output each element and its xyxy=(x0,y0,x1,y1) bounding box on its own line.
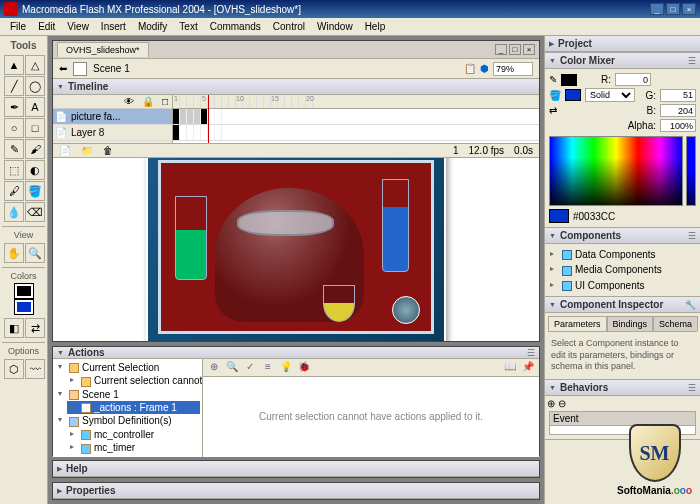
debug-button[interactable]: 🐞 xyxy=(297,361,311,375)
line-tool[interactable]: ╱ xyxy=(4,76,24,96)
text-tool[interactable]: A xyxy=(25,97,45,117)
component-category[interactable]: UI Components xyxy=(548,278,697,293)
alpha-input[interactable] xyxy=(660,119,696,132)
minimize-button[interactable]: _ xyxy=(650,3,664,15)
add-layer-button[interactable]: 📄 xyxy=(59,145,71,156)
delete-layer-button[interactable]: 🗑 xyxy=(103,145,113,156)
paint-bucket-tool[interactable]: 🪣 xyxy=(25,181,45,201)
doc-minimize-button[interactable]: _ xyxy=(495,44,507,55)
subselection-tool[interactable]: △ xyxy=(25,55,45,75)
menu-view[interactable]: View xyxy=(61,19,95,34)
outline-icon[interactable]: □ xyxy=(162,96,168,107)
zoom-input[interactable] xyxy=(493,62,533,76)
free-transform-tool[interactable]: ⬚ xyxy=(4,160,24,180)
menu-control[interactable]: Control xyxy=(267,19,311,34)
stroke-picker-icon[interactable]: ✎ xyxy=(549,74,557,85)
stroke-swatch[interactable] xyxy=(561,74,577,86)
tree-item[interactable]: Current selection cannot xyxy=(67,374,200,387)
g-input[interactable] xyxy=(660,89,696,102)
selection-tool[interactable]: ▲ xyxy=(4,55,24,75)
panel-menu-icon[interactable]: ☰ xyxy=(527,348,535,358)
frames-area[interactable]: 15101520 xyxy=(173,95,539,143)
layer-row[interactable]: 📄Layer 8 xyxy=(53,125,172,141)
stage[interactable]: Ocean View High School 1 of 10 Ocean Vie… xyxy=(53,158,539,341)
remove-behavior-button[interactable]: ⊖ xyxy=(558,398,566,409)
tree-symbol[interactable]: mc_timer xyxy=(67,441,200,454)
properties-header[interactable]: Properties xyxy=(53,483,539,499)
panel-menu-icon[interactable]: 🔧 xyxy=(685,300,696,310)
panel-menu-icon[interactable]: ☰ xyxy=(688,56,696,66)
back-button[interactable]: ⬅ xyxy=(59,63,67,74)
behaviors-header[interactable]: Behaviors☰ xyxy=(545,380,700,396)
default-colors-button[interactable]: ◧ xyxy=(4,318,24,338)
hand-tool[interactable]: ✋ xyxy=(4,243,24,263)
menu-commands[interactable]: Commands xyxy=(204,19,267,34)
find-button[interactable]: 🔍 xyxy=(225,361,239,375)
show-hint-button[interactable]: 💡 xyxy=(279,361,293,375)
fill-picker-icon[interactable]: 🪣 xyxy=(549,90,561,101)
ink-bottle-tool[interactable]: 🖋 xyxy=(4,181,24,201)
add-behavior-button[interactable]: ⊕ xyxy=(547,398,555,409)
maximize-button[interactable]: □ xyxy=(666,3,680,15)
help-header[interactable]: Help xyxy=(53,461,539,477)
auto-format-button[interactable]: ≡ xyxy=(261,361,275,375)
hex-value[interactable]: #0033CC xyxy=(573,211,615,222)
edit-symbol-icon[interactable]: ⬢ xyxy=(480,63,489,74)
add-script-button[interactable]: ⊕ xyxy=(207,361,221,375)
actions-header[interactable]: Actions ☰ xyxy=(53,347,539,359)
menu-help[interactable]: Help xyxy=(359,19,392,34)
project-header[interactable]: Project xyxy=(545,36,700,52)
menu-modify[interactable]: Modify xyxy=(132,19,173,34)
fill-swatch[interactable] xyxy=(565,89,581,101)
close-button[interactable]: × xyxy=(682,3,696,15)
swap-colors-button[interactable]: ⇄ xyxy=(25,318,45,338)
tab-parameters[interactable]: Parameters xyxy=(548,316,607,331)
scene-name[interactable]: Scene 1 xyxy=(93,63,130,74)
hue-slider[interactable] xyxy=(686,136,696,206)
timeline-header[interactable]: Timeline xyxy=(53,79,539,95)
rectangle-tool[interactable]: □ xyxy=(25,118,45,138)
color-spectrum[interactable] xyxy=(549,136,683,206)
panel-menu-icon[interactable]: ☰ xyxy=(688,383,696,393)
tree-symbol-defs[interactable]: Symbol Definition(s) xyxy=(55,414,200,427)
eye-icon[interactable]: 👁 xyxy=(124,96,134,107)
tree-scene[interactable]: Scene 1 xyxy=(55,388,200,401)
pin-script-button[interactable]: 📌 xyxy=(521,361,535,375)
fill-transform-tool[interactable]: ◐ xyxy=(25,160,45,180)
oval-tool[interactable]: ○ xyxy=(4,118,24,138)
r-input[interactable] xyxy=(615,73,651,86)
brush-tool[interactable]: 🖌 xyxy=(25,139,45,159)
panel-menu-icon[interactable]: ☰ xyxy=(688,231,696,241)
playhead[interactable] xyxy=(208,95,209,143)
menu-window[interactable]: Window xyxy=(311,19,359,34)
tab-schema[interactable]: Schema xyxy=(653,316,698,331)
menu-text[interactable]: Text xyxy=(173,19,203,34)
edit-scene-icon[interactable]: 📋 xyxy=(464,63,476,74)
reference-button[interactable]: 📖 xyxy=(503,361,517,375)
slideshow-instance[interactable]: Ocean View High School 1 of 10 Ocean Vie… xyxy=(146,158,446,341)
check-syntax-button[interactable]: ✓ xyxy=(243,361,257,375)
tree-frame-actions[interactable]: _actions : Frame 1 xyxy=(67,401,200,414)
menu-file[interactable]: File xyxy=(4,19,32,34)
lock-icon[interactable]: 🔒 xyxy=(142,96,154,107)
components-header[interactable]: Components☰ xyxy=(545,228,700,244)
tab-bindings[interactable]: Bindings xyxy=(607,316,654,331)
doc-maximize-button[interactable]: □ xyxy=(509,44,521,55)
add-folder-button[interactable]: 📁 xyxy=(81,145,93,156)
pen-tool[interactable]: ✒ xyxy=(4,97,24,117)
mixer-header[interactable]: Color Mixer☰ xyxy=(545,53,700,69)
fill-type-select[interactable]: Solid xyxy=(585,88,635,102)
smooth-option[interactable]: 〰 xyxy=(25,359,45,379)
b-input[interactable] xyxy=(660,104,696,117)
lasso-tool[interactable]: ◯ xyxy=(25,76,45,96)
inspector-header[interactable]: Component Inspector🔧 xyxy=(545,297,700,313)
stroke-color-swatch[interactable] xyxy=(15,284,33,298)
tree-symbol[interactable]: mc_controller xyxy=(67,428,200,441)
layer-row[interactable]: 📄picture fa... xyxy=(53,109,172,125)
pencil-tool[interactable]: ✎ xyxy=(4,139,24,159)
snap-option[interactable]: ⬡ xyxy=(4,359,24,379)
document-tab[interactable]: OVHS_slideshow* xyxy=(57,42,149,57)
zoom-tool[interactable]: 🔍 xyxy=(25,243,45,263)
menu-edit[interactable]: Edit xyxy=(32,19,61,34)
component-category[interactable]: Media Components xyxy=(548,262,697,277)
